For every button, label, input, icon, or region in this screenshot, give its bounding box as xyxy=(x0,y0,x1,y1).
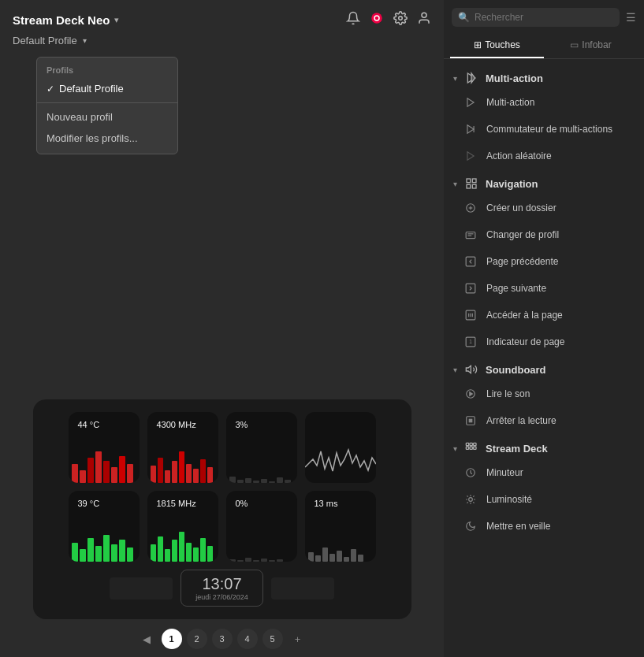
svg-point-41 xyxy=(469,498,473,502)
chevron-down-icon[interactable]: ▾ xyxy=(114,15,119,25)
action-icon-aleatoire xyxy=(463,148,478,164)
search-input[interactable] xyxy=(475,12,613,23)
app-title: Stream Deck Neo xyxy=(13,13,110,27)
dropdown-edit-label: Modifier les profils... xyxy=(47,132,138,144)
action-label-luminosite: Luminosité xyxy=(486,494,532,505)
search-input-wrap[interactable]: 🔍 xyxy=(452,8,620,27)
action-label-multiaction: Multi-action xyxy=(486,97,534,108)
action-arreter-lecture[interactable]: Arrêter la lecture xyxy=(444,407,644,434)
page-btn-4[interactable]: 4 xyxy=(237,629,258,649)
page-btn-2[interactable]: 2 xyxy=(187,629,207,649)
page-prev-icon[interactable]: ◀ xyxy=(136,629,157,649)
action-icon-indicateur-page: 1 xyxy=(463,334,478,350)
action-page-precedente[interactable]: Page précédente xyxy=(444,248,644,275)
action-commutateur[interactable]: Commutateur de multi-actions xyxy=(444,116,644,143)
btn-label-latency: 13 ms xyxy=(310,496,343,511)
svg-text:1: 1 xyxy=(469,339,472,344)
streamdeck-icon xyxy=(463,440,479,456)
action-luminosite[interactable]: Luminosité xyxy=(444,486,644,513)
right-panel: 🔍 ☰ ⊞ Touches ▭ Infobar ▾ Multi-action xyxy=(444,0,644,657)
multiaction-chevron-icon: ▾ xyxy=(453,74,457,83)
page-navigation: ◀ 1 2 3 4 5 + xyxy=(136,629,308,649)
deck-button-cpu-freq[interactable]: 4300 MHz xyxy=(147,412,218,483)
section-soundboard[interactable]: ▾ Soundboard xyxy=(444,355,644,380)
action-indicateur-page[interactable]: 1 Indicateur de page xyxy=(444,328,644,355)
action-page-suivante[interactable]: Page suivante xyxy=(444,275,644,302)
tab-infobar-icon: ▭ xyxy=(570,39,579,50)
action-label-arreter-lecture: Arrêter la lecture xyxy=(486,415,557,426)
svg-rect-38 xyxy=(470,447,472,449)
tab-infobar[interactable]: ▭ Infobar xyxy=(544,33,638,58)
action-lire-son[interactable]: Lire le son xyxy=(444,380,644,407)
notification-icon[interactable] xyxy=(346,11,360,28)
soundboard-chevron-icon: ▾ xyxy=(453,366,457,374)
action-icon-lire-son xyxy=(463,386,478,402)
check-icon: ✓ xyxy=(47,84,54,95)
deck-button-gpu-load[interactable]: 0% xyxy=(226,491,297,562)
svg-marker-29 xyxy=(466,366,471,373)
user-icon[interactable] xyxy=(417,11,431,28)
svg-line-48 xyxy=(467,502,467,503)
section-streamdeck[interactable]: ▾ Stream Deck xyxy=(444,434,644,459)
action-multiaction[interactable]: Multi-action xyxy=(444,89,644,116)
deck-button-gpu-temp[interactable]: 39 °C xyxy=(69,491,140,562)
dropdown-item-edit[interactable]: Modifier les profils... xyxy=(37,128,177,149)
bar-chart-gpu-temp xyxy=(69,530,140,562)
action-list: ▾ Multi-action Multi-action xyxy=(444,59,644,657)
settings-icon[interactable] xyxy=(393,11,408,28)
svg-rect-21 xyxy=(466,257,475,266)
elgato-icon[interactable] xyxy=(370,11,384,28)
action-minuteur[interactable]: Minuteur xyxy=(444,459,644,486)
profile-label: Default Profile xyxy=(13,35,77,46)
page-btn-3[interactable]: 3 xyxy=(212,629,233,649)
action-label-indicateur-page: Indicateur de page xyxy=(486,336,564,347)
dropdown-item-new[interactable]: Nouveau profil xyxy=(37,106,177,128)
tab-touches-icon: ⊞ xyxy=(474,39,482,50)
action-icon-mettre-en-veille xyxy=(463,518,478,534)
navigation-icon xyxy=(463,176,479,191)
deck-button-audio[interactable] xyxy=(305,412,376,483)
deck-button-gpu-freq[interactable]: 1815 MHz xyxy=(147,491,218,562)
btn-label-cpu-temp: 44 °C xyxy=(73,417,105,432)
tab-touches[interactable]: ⊞ Touches xyxy=(450,33,544,58)
section-multiaction[interactable]: ▾ Multi-action xyxy=(444,64,644,89)
page-add-icon[interactable]: + xyxy=(288,629,308,649)
action-mettre-en-veille[interactable]: Mettre en veille xyxy=(444,513,644,540)
btn-label-gpu-freq: 1815 MHz xyxy=(152,496,201,511)
btn-label-gpu-load: 0% xyxy=(231,496,253,511)
left-panel: Stream Deck Neo ▾ xyxy=(0,0,444,657)
list-view-icon[interactable]: ☰ xyxy=(626,11,636,24)
action-changer-profil[interactable]: Changer de profil xyxy=(444,221,644,248)
action-acceder-page[interactable]: Accéder à la page xyxy=(444,302,644,328)
profile-chevron-icon[interactable]: ▾ xyxy=(83,36,87,45)
svg-point-2 xyxy=(375,17,379,20)
svg-rect-14 xyxy=(472,184,476,188)
page-btn-5[interactable]: 5 xyxy=(262,629,283,649)
action-label-commutateur: Commutateur de multi-actions xyxy=(486,124,612,135)
btn-label-cpu-load: 3% xyxy=(231,417,253,432)
action-label-page-precedente: Page précédente xyxy=(486,256,558,267)
svg-rect-37 xyxy=(466,447,468,449)
action-label-lire-son: Lire le son xyxy=(486,388,530,399)
deck-button-cpu-load[interactable]: 3% xyxy=(226,412,297,483)
section-navigation[interactable]: ▾ Navigation xyxy=(444,169,644,195)
clock-side-right xyxy=(271,577,334,599)
section-title-streamdeck: Stream Deck xyxy=(486,443,548,455)
dropdown-item-default[interactable]: ✓ Default Profile xyxy=(37,78,177,99)
action-icon-page-precedente xyxy=(463,254,478,269)
section-title-navigation: Navigation xyxy=(486,178,538,190)
action-aleatoire[interactable]: Action aléatoire xyxy=(444,143,644,169)
profile-row[interactable]: Default Profile ▾ xyxy=(0,35,444,53)
action-label-page-suivante: Page suivante xyxy=(486,283,546,294)
header-icons xyxy=(346,11,431,28)
deck-button-latency[interactable]: 13 ms xyxy=(305,491,376,562)
svg-line-49 xyxy=(473,496,474,496)
action-label-creer-dossier: Créer un dossier xyxy=(486,202,557,213)
page-btn-1[interactable]: 1 xyxy=(162,629,182,649)
btn-label-cpu-freq: 4300 MHz xyxy=(152,417,201,432)
deck-button-cpu-temp[interactable]: 44 °C xyxy=(69,412,140,483)
clock-widget: 13:07 jeudi 27/06/2024 xyxy=(181,570,263,607)
action-creer-dossier[interactable]: Créer un dossier xyxy=(444,195,644,221)
bar-chart-cpu-load xyxy=(226,451,297,483)
dropdown-item-label: Default Profile xyxy=(59,83,124,95)
